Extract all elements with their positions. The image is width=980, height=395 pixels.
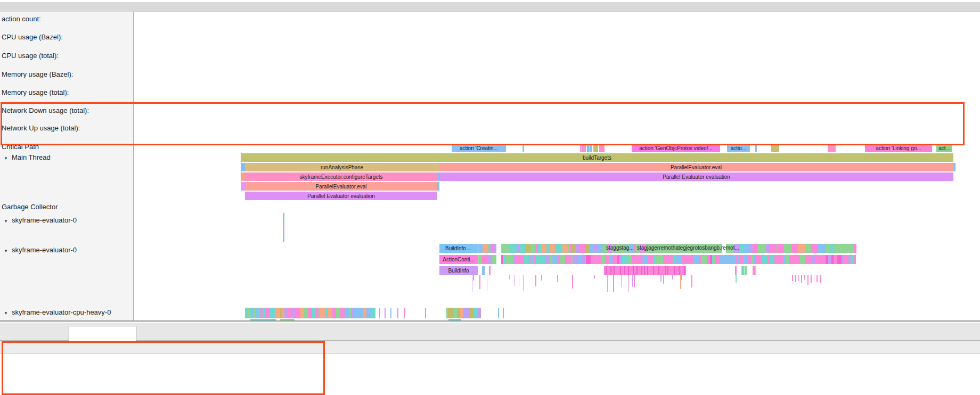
trace-slice[interactable] — [241, 163, 245, 171]
track-name-text: Network Down usage (total): — [2, 106, 89, 114]
trace-slice[interactable] — [755, 144, 757, 152]
sidebar-track-label[interactable]: Memory usage (total): — [0, 88, 132, 96]
trace-slice[interactable]: action 'GenObjcProtos video/... — [632, 144, 720, 152]
trace-slice[interactable] — [522, 144, 524, 152]
tab-counter-sample[interactable] — [69, 326, 136, 342]
trace-slice[interactable] — [590, 144, 592, 152]
trace-slice[interactable] — [599, 144, 605, 152]
trace-slice-label: buildTargets — [583, 155, 611, 161]
sidebar-track-label[interactable]: Critical Path — [0, 143, 132, 151]
track-name-text: Memory usage (Bazel): — [2, 70, 73, 78]
trace-slice-label: action 'GenObjcProtos video/... — [639, 145, 713, 151]
trace-slice[interactable]: runAnalysisPhase — [245, 163, 439, 171]
trace-slice[interactable] — [241, 182, 245, 191]
chevron-down-icon: ▾ — [0, 218, 12, 224]
sidebar-track-label[interactable]: ▾Main Thread — [0, 153, 132, 161]
counter-table-header — [0, 341, 980, 354]
trace-slice[interactable] — [584, 144, 586, 152]
trace-slice-label: skyframeExecutor.configureTargets — [299, 174, 382, 180]
trace-slice[interactable]: action 'Creatin... — [452, 144, 506, 152]
track-name-text: CPU usage (total): — [2, 52, 59, 60]
track-name-text: action count: — [2, 15, 41, 23]
trace-slice-label: ParallelEvaluator.eval — [671, 164, 722, 170]
sidebar-track-label[interactable]: ▾skyframe-evaluator-0 — [0, 246, 132, 254]
trace-slice-label: act... — [938, 145, 950, 151]
track-name-text: CPU usage (Bazel): — [2, 33, 63, 41]
trace-slice[interactable] — [580, 144, 582, 152]
trace-slice[interactable] — [593, 144, 598, 152]
trace-slice[interactable] — [587, 144, 590, 152]
sidebar-track-label[interactable]: Garbage Collector — [0, 203, 132, 211]
trace-slice[interactable] — [582, 144, 584, 152]
details-tab-bar — [0, 323, 980, 341]
trace-slice[interactable]: BuildInfo — [439, 266, 478, 275]
chevron-down-icon: ▾ — [0, 155, 12, 161]
trace-slice[interactable] — [241, 172, 245, 181]
trace-slice-label: BuildInfo ... — [445, 245, 472, 251]
track-name-text: Network Up usage (total): — [2, 124, 80, 132]
trace-slice[interactable]: Parallel Evaluator evaluation — [245, 192, 437, 200]
trace-slice[interactable]: ParallelEvaluator.eval — [245, 182, 437, 191]
chevron-down-icon: ▾ — [0, 248, 12, 253]
track-name-text: Critical Path — [2, 143, 39, 151]
sidebar-track-label[interactable]: Network Up usage (total): — [0, 124, 132, 132]
track-name-text: skyframe-evaluator-0 — [12, 216, 77, 224]
track-name-text: Main Thread — [12, 153, 51, 161]
trace-slice[interactable]: buildTargets — [241, 153, 953, 162]
trace-slice-label: BuildInfo — [448, 268, 469, 274]
trace-slice[interactable]: act... — [936, 144, 952, 152]
trace-slice[interactable] — [953, 163, 956, 171]
trace-slice-label: actio... — [731, 145, 746, 151]
trace-slice[interactable]: actio... — [727, 144, 750, 152]
trace-slice[interactable]: skyframeExecutor.configureTargets — [245, 172, 437, 181]
trace-slice[interactable] — [771, 144, 779, 152]
trace-viewer: action 'Creatin...action 'GenObjcProtos … — [0, 0, 980, 395]
trace-slice[interactable]: Parallel Evaluator evaluation — [439, 172, 953, 181]
sidebar-track-label[interactable]: Memory usage (Bazel): — [0, 70, 132, 78]
trace-slice[interactable]: BuildInfo ... — [439, 244, 478, 253]
trace-slice-label: action 'Creatin... — [460, 145, 498, 151]
trace-slice-label: action 'Linking go... — [876, 145, 921, 151]
trace-slice[interactable] — [828, 144, 836, 152]
track-name-text: Memory usage (total): — [2, 88, 69, 96]
sidebar-track-label[interactable]: action count: — [0, 15, 132, 23]
sidebar-track-label[interactable]: CPU usage (total): — [0, 52, 132, 60]
trace-slice-label: ActionConti... — [443, 257, 474, 262]
trace-slice[interactable]: ParallelEvaluator.eval — [439, 163, 953, 171]
trace-slice-label: ParallelEvaluator.eval — [315, 184, 366, 190]
chevron-down-icon: ▾ — [0, 310, 12, 316]
track-name-text: skyframe-evaluator-0 — [12, 246, 77, 254]
overlapping-slice-label: staggstag... — [606, 245, 634, 251]
track-name-sidebar: action count:CPU usage (Bazel):CPU usage… — [0, 12, 134, 320]
trace-slice-label: Parallel Evaluator evaluation — [307, 193, 375, 199]
details-panel — [0, 320, 980, 395]
track-name-text: Garbage Collector — [2, 203, 58, 211]
trace-slice[interactable] — [437, 182, 439, 191]
overlapping-slice-label: stagjagerremothategjegrotosbangb.remot..… — [637, 245, 739, 251]
trace-slice-label: Parallel Evaluator evaluation — [663, 174, 730, 180]
sidebar-track-label[interactable]: Network Down usage (total): — [0, 106, 132, 114]
trace-slice[interactable]: ActionConti... — [439, 255, 478, 264]
trace-slice-label: runAnalysisPhase — [321, 164, 363, 170]
trace-slice[interactable]: action 'Linking go... — [865, 144, 932, 152]
sidebar-track-label[interactable]: ▾skyframe-evaluator-cpu-heavy-0 — [0, 308, 132, 316]
sidebar-track-label[interactable]: ▾skyframe-evaluator-0 — [0, 216, 132, 224]
sidebar-track-label[interactable]: CPU usage (Bazel): — [0, 33, 132, 41]
track-name-text: skyframe-evaluator-cpu-heavy-0 — [12, 308, 111, 316]
